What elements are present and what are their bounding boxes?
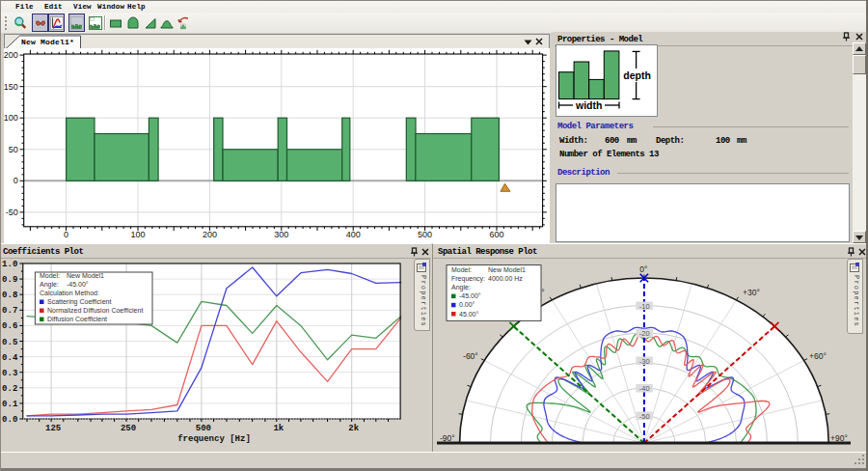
svg-text:1k: 1k (273, 424, 284, 433)
svg-text:400: 400 (346, 230, 361, 239)
svg-text:Model:: Model: (451, 266, 472, 273)
svg-text:Model:: Model: (40, 272, 60, 279)
svg-text:0.9: 0.9 (2, 275, 17, 285)
svg-text:-40: -40 (639, 384, 650, 393)
svg-text:0: 0 (64, 230, 68, 239)
svg-text:0.1: 0.1 (2, 400, 18, 409)
svg-text:300: 300 (274, 230, 288, 239)
svg-text:Frequency:: Frequency: (451, 275, 485, 283)
svg-text:100: 100 (130, 230, 145, 239)
svg-text:1.0: 1.0 (2, 260, 17, 269)
svg-text:200: 200 (4, 50, 18, 60)
svg-text:-50: -50 (639, 412, 650, 421)
svg-text:4000.00 Hz: 4000.00 Hz (488, 275, 523, 282)
svg-text:0.0: 0.0 (2, 415, 17, 425)
svg-text:50: 50 (9, 145, 18, 154)
svg-text:0: 0 (14, 176, 18, 185)
svg-text:New Model1: New Model1 (488, 266, 526, 273)
svg-text:-10: -10 (639, 302, 650, 311)
svg-text:0.4: 0.4 (2, 353, 18, 363)
svg-text:depth: depth (623, 69, 651, 81)
svg-text:250: 250 (121, 424, 136, 433)
svg-text:0°: 0° (639, 264, 647, 274)
svg-text:-45.00°: -45.00° (67, 281, 89, 288)
svg-text:Normalized Diffusion Coefficie: Normalized Diffusion Coefficient (47, 307, 143, 314)
svg-text:+90°: +90° (830, 433, 848, 443)
svg-text:Diffusion Coefficient: Diffusion Coefficient (47, 316, 107, 322)
svg-text:-45.00°: -45.00° (459, 292, 481, 299)
svg-text:0.6: 0.6 (2, 321, 17, 331)
svg-text:-50: -50 (6, 208, 18, 217)
svg-text:Angle:: Angle: (40, 281, 59, 289)
svg-text:0.00°: 0.00° (459, 301, 475, 308)
svg-text:0.5: 0.5 (2, 338, 17, 347)
svg-text:width: width (575, 99, 602, 111)
svg-text:Angle:: Angle: (451, 284, 471, 291)
svg-text:0.2: 0.2 (2, 384, 17, 394)
svg-text:Calculation Method:: Calculation Method: (40, 290, 99, 296)
svg-text:-90°: -90° (440, 433, 455, 443)
svg-text:+30°: +30° (743, 288, 760, 297)
svg-text:Scattering Coefficient: Scattering Coefficient (47, 298, 111, 306)
svg-text:-20: -20 (639, 329, 650, 338)
svg-text:0.8: 0.8 (2, 291, 17, 300)
svg-text:+60°: +60° (809, 351, 827, 361)
svg-text:-60°: -60° (463, 351, 478, 361)
svg-text:200: 200 (203, 230, 217, 239)
svg-text:150: 150 (4, 82, 18, 92)
svg-text:0.7: 0.7 (2, 306, 17, 316)
svg-text:2k: 2k (348, 424, 359, 433)
svg-text:500: 500 (418, 230, 432, 239)
svg-text:500: 500 (196, 424, 211, 433)
svg-text:-30: -30 (639, 357, 650, 366)
svg-text:New Model1: New Model1 (67, 272, 104, 279)
svg-text:600: 600 (489, 230, 503, 239)
svg-text:125: 125 (45, 424, 61, 433)
svg-text:frequency [Hz]: frequency [Hz] (177, 434, 251, 444)
svg-text:100: 100 (4, 113, 18, 123)
svg-text:0.3: 0.3 (2, 369, 17, 378)
svg-text:45.00°: 45.00° (459, 311, 479, 318)
